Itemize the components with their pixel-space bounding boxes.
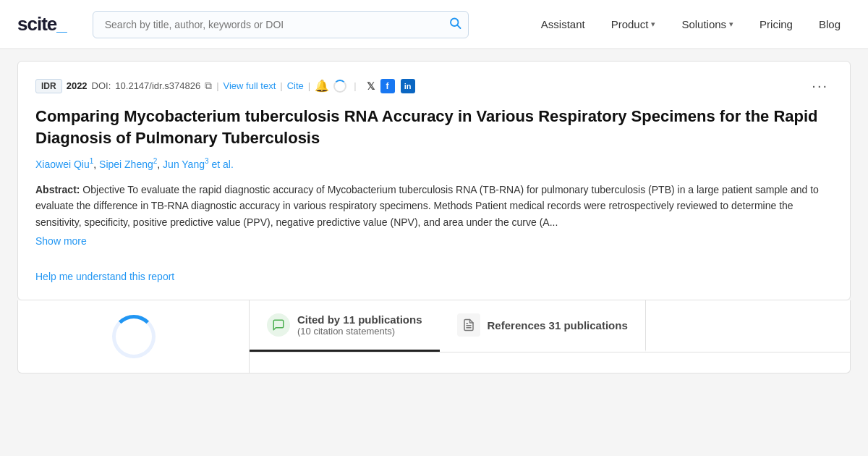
tabs-row: Cited by 11 publications (10 citation st…: [250, 300, 850, 352]
nav-item-product[interactable]: Product ▾: [601, 12, 666, 36]
nav-item-pricing[interactable]: Pricing: [749, 12, 803, 36]
copy-doi-icon[interactable]: ⧉: [205, 80, 212, 92]
nav-item-blog[interactable]: Blog: [809, 12, 851, 36]
show-more-link[interactable]: Show more: [35, 235, 87, 247]
references-text: References 31 publications: [488, 319, 628, 332]
chevron-down-icon: ▾: [729, 20, 733, 29]
facebook-icon[interactable]: f: [380, 79, 395, 93]
cited-by-text: Cited by 11 publications (10 citation st…: [297, 313, 422, 337]
cite-link[interactable]: Cite: [287, 80, 304, 91]
journal-badge: IDR: [35, 79, 62, 93]
social-icons: 𝕏 f in: [367, 79, 415, 93]
doi-label: DOI:: [92, 80, 111, 91]
logo[interactable]: scite_: [17, 13, 67, 35]
bell-icon[interactable]: 🔔: [315, 79, 329, 93]
svg-line-1: [457, 25, 460, 28]
large-loading-spinner: [112, 315, 156, 358]
tab-references[interactable]: References 31 publications: [440, 300, 646, 352]
view-full-text-link[interactable]: View full text: [224, 80, 276, 91]
more-options-button[interactable]: ···: [807, 76, 833, 96]
author-2-link[interactable]: Sipei Zheng2: [99, 159, 157, 170]
tabs-container: Cited by 11 publications (10 citation st…: [250, 300, 850, 373]
cited-by-icon: [267, 313, 290, 337]
tabs-section: Cited by 11 publications (10 citation st…: [17, 300, 851, 373]
abstract-body: Objective To evaluate the rapid diagnost…: [35, 184, 819, 228]
authors-row: Xiaowei Qiu1, Sipei Zheng2, Jun Yang3 et…: [35, 157, 833, 170]
linkedin-icon[interactable]: in: [401, 79, 415, 93]
twitter-icon[interactable]: 𝕏: [367, 80, 375, 92]
author-1-link[interactable]: Xiaowei Qiu1: [35, 159, 93, 170]
author-separator: ,: [157, 159, 163, 170]
separator: |: [308, 80, 310, 91]
author-3-link[interactable]: Jun Yang3: [163, 159, 208, 170]
references-main-label: References 31 publications: [488, 319, 628, 332]
article-meta-row: IDR 2022 DOI: 10.2147/idr.s374826 ⧉ | Vi…: [35, 76, 833, 96]
separator: |: [280, 80, 282, 91]
abstract-label: Abstract:: [35, 184, 80, 195]
separator: |: [216, 80, 218, 91]
search-button[interactable]: [448, 16, 461, 33]
article-year: 2022: [67, 80, 88, 91]
et-al-link[interactable]: et al.: [211, 159, 233, 170]
nav-item-assistant[interactable]: Assistant: [531, 12, 595, 36]
article-title: Comparing Mycobacterium tuberculosis RNA…: [35, 106, 833, 148]
doi-value: 10.2147/idr.s374826: [115, 80, 200, 91]
author-separator: ,: [93, 159, 99, 170]
main-nav: Assistant Product ▾ Solutions ▾ Pricing …: [531, 12, 851, 36]
pipe-separator: |: [354, 80, 356, 91]
author-3-sup: 3: [205, 157, 209, 165]
header: scite_ Assistant Product ▾ Solutions ▾ P…: [0, 0, 868, 49]
cited-by-sub-label: (10 citation statements): [297, 326, 422, 337]
references-icon: [457, 313, 480, 337]
search-box: [93, 11, 469, 38]
abstract-text: Abstract: Objective To evaluate the rapi…: [35, 182, 833, 230]
search-input[interactable]: [93, 11, 469, 38]
article-card: IDR 2022 DOI: 10.2147/idr.s374826 ⧉ | Vi…: [17, 61, 851, 300]
tab-cited-by[interactable]: Cited by 11 publications (10 citation st…: [250, 300, 440, 352]
help-understand-link[interactable]: Help me understand this report: [35, 271, 174, 282]
chevron-down-icon: ▾: [651, 20, 655, 29]
loading-panel: [18, 300, 250, 373]
loading-spinner: [333, 80, 346, 93]
main-content: IDR 2022 DOI: 10.2147/idr.s374826 ⧉ | Vi…: [0, 49, 868, 385]
cited-by-main-label: Cited by 11 publications: [297, 313, 422, 326]
nav-item-solutions[interactable]: Solutions ▾: [671, 12, 744, 36]
